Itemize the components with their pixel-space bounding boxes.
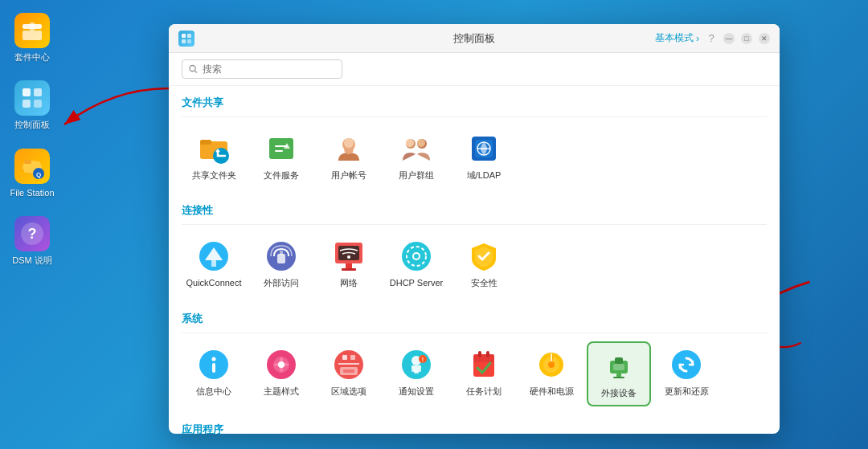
section-file-sharing: 文件共享 <box>182 86 767 117</box>
svg-rect-81 <box>613 377 624 378</box>
ctrl-item-theme[interactable]: 主题样式 <box>249 341 313 406</box>
svg-rect-24 <box>200 140 211 145</box>
svg-rect-3 <box>23 88 31 96</box>
svg-rect-42 <box>280 251 283 255</box>
search-wrap[interactable] <box>182 59 342 79</box>
ctrl-item-domain[interactable]: 域/LDAP <box>452 125 516 187</box>
help-button[interactable]: ? <box>706 33 717 44</box>
external-access-label: 外部访问 <box>264 277 299 288</box>
ext-device-icon <box>602 349 636 383</box>
connectivity-grid: QuickConnect 外部访问 <box>182 233 767 295</box>
svg-rect-59 <box>342 355 347 360</box>
arrow-annotation-left <box>48 80 177 145</box>
quickconnect-icon <box>197 239 231 273</box>
ext-device-label: 外接设备 <box>601 387 637 398</box>
section-connectivity: 连接性 <box>182 194 767 225</box>
svg-rect-71 <box>473 354 494 362</box>
mode-toggle[interactable]: 基本模式 › <box>655 31 699 45</box>
theme-icon <box>264 348 298 382</box>
section-system: 系统 <box>182 302 767 333</box>
svg-rect-39 <box>211 260 216 267</box>
help-label: DSM 说明 <box>12 255 52 266</box>
desktop-icon-ctrl[interactable]: 控制面板 <box>4 76 60 135</box>
ctrl-item-info[interactable]: 信息中心 <box>182 341 246 406</box>
ctrl-item-quickconnect[interactable]: QuickConnect <box>182 233 246 295</box>
network-icon <box>332 239 366 273</box>
pkg-label: 套件中心 <box>14 51 50 63</box>
file-label: File Station <box>10 187 54 198</box>
ctrl-item-file-services[interactable]: 文件服务 <box>249 125 313 187</box>
ctrl-item-hardware[interactable]: 硬件和电源 <box>519 341 583 406</box>
ctrl-item-shared-folder[interactable]: 共享文件夹 <box>182 125 246 187</box>
ctrl-item-user-account[interactable]: 用户帐号 <box>317 125 381 187</box>
svg-rect-45 <box>346 263 352 268</box>
info-label: 信息中心 <box>196 386 231 397</box>
svg-rect-5 <box>23 100 31 108</box>
svg-rect-61 <box>338 363 359 365</box>
ctrl-item-task[interactable]: 任务计划 <box>452 341 516 406</box>
maximize-button[interactable]: □ <box>741 33 752 44</box>
regional-icon <box>332 348 366 382</box>
svg-rect-79 <box>613 364 624 370</box>
task-icon <box>467 348 501 382</box>
info-icon <box>197 348 231 382</box>
ctrl-item-update[interactable]: 更新和还原 <box>654 341 719 406</box>
ctrl-item-ext-device[interactable]: 外接设备 <box>587 341 651 406</box>
ctrl-item-user-group[interactable]: 用户群组 <box>384 125 448 187</box>
svg-rect-6 <box>34 100 42 108</box>
dhcp-icon <box>399 239 433 273</box>
content-area: 文件共享 共享文件夹 <box>169 86 780 434</box>
file-services-label: 文件服务 <box>264 169 299 181</box>
ctrl-label: 控制面板 <box>14 119 50 130</box>
svg-point-21 <box>190 65 195 71</box>
domain-label: 域/LDAP <box>467 169 502 181</box>
desktop-icon-file[interactable]: Q File Station <box>4 144 60 203</box>
minimize-button[interactable]: — <box>723 33 735 44</box>
svg-text:?: ? <box>28 226 37 242</box>
svg-rect-67 <box>414 371 419 373</box>
ctrl-item-external-access[interactable]: 外部访问 <box>249 233 313 295</box>
ctrl-item-network[interactable]: 网络 <box>317 233 381 295</box>
pkg-icon <box>14 13 50 48</box>
svg-rect-4 <box>34 88 42 96</box>
theme-label: 主题样式 <box>264 386 299 397</box>
ctrl-item-security[interactable]: 安全性 <box>452 233 516 295</box>
window-title: 控制面板 <box>453 31 495 46</box>
update-icon <box>669 348 703 382</box>
svg-point-47 <box>347 255 350 259</box>
shared-folder-label: 共享文件夹 <box>192 169 236 181</box>
title-bar-controls: 基本模式 › ? — □ ✕ <box>655 31 770 45</box>
svg-rect-46 <box>342 268 356 271</box>
system-grid: 信息中心 主题样式 <box>182 341 767 406</box>
svg-rect-60 <box>350 355 355 360</box>
svg-rect-17 <box>182 34 186 38</box>
shared-folder-icon <box>197 132 231 165</box>
svg-line-22 <box>195 71 197 72</box>
title-bar: 控制面板 基本模式 › ? — □ ✕ <box>169 24 780 53</box>
search-input[interactable] <box>203 63 335 75</box>
ctrl-item-dhcp[interactable]: DHCP Server <box>384 233 448 295</box>
user-account-label: 用户帐号 <box>331 169 366 181</box>
svg-text:!: ! <box>422 357 424 362</box>
svg-point-53 <box>212 357 216 361</box>
close-button[interactable]: ✕ <box>759 33 770 44</box>
svg-point-32 <box>417 139 425 147</box>
ctrl-item-notification[interactable]: ! 通知设置 <box>384 341 448 406</box>
svg-point-51 <box>414 254 419 259</box>
svg-rect-18 <box>187 34 191 38</box>
svg-rect-2 <box>30 22 35 31</box>
svg-rect-73 <box>486 351 489 357</box>
svg-point-31 <box>406 139 414 147</box>
hardware-label: 硬件和电源 <box>530 386 574 397</box>
user-group-icon <box>399 132 433 165</box>
svg-point-57 <box>278 361 285 368</box>
ctrl-item-regional[interactable]: 区域选项 <box>317 341 381 406</box>
svg-rect-78 <box>615 357 623 364</box>
hardware-icon <box>534 348 568 382</box>
desktop-icon-help[interactable]: ? DSM 说明 <box>4 211 60 271</box>
window-icon <box>178 31 194 47</box>
file-icon: Q <box>14 149 50 184</box>
security-label: 安全性 <box>471 277 497 288</box>
desktop-icon-pkg[interactable]: 套件中心 <box>4 8 60 67</box>
network-label: 网络 <box>340 277 358 288</box>
